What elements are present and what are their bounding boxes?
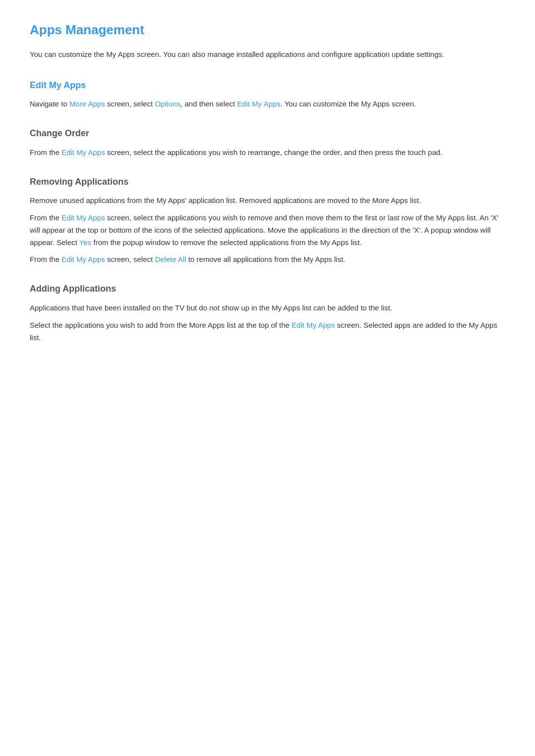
adding-paragraph-1: Applications that have been installed on… [30,302,505,314]
section-title-removing-applications: Removing Applications [30,175,505,189]
link-options[interactable]: Options [155,100,181,108]
adding-paragraph-2: Select the applications you wish to add … [30,319,505,344]
removing-paragraph-2: From the Edit My Apps screen, select the… [30,212,505,249]
link-edit-my-apps-1[interactable]: Edit My Apps [237,100,281,108]
change-order-paragraph: From the Edit My Apps screen, select the… [30,147,505,159]
section-change-order: Change Order From the Edit My Apps scree… [30,126,505,159]
section-title-edit-my-apps: Edit My Apps [30,78,505,93]
link-edit-my-apps-3[interactable]: Edit My Apps [61,213,105,222]
section-adding-applications: Adding Applications Applications that ha… [30,282,505,344]
section-removing-applications: Removing Applications Remove unused appl… [30,175,505,266]
page-description: You can customize the My Apps screen. Yo… [30,49,505,60]
link-edit-my-apps-2[interactable]: Edit My Apps [61,148,105,156]
section-edit-my-apps: Edit My Apps Navigate to More Apps scree… [30,78,505,111]
link-delete-all[interactable]: Delete All [155,255,186,263]
page-title: Apps Management [30,20,505,41]
link-more-apps[interactable]: More Apps [69,100,105,108]
link-edit-my-apps-5[interactable]: Edit My Apps [292,321,335,329]
link-yes[interactable]: Yes [79,238,91,247]
removing-paragraph-3: From the Edit My Apps screen, select Del… [30,253,505,266]
removing-paragraph-1: Remove unused applications from the My A… [30,195,505,207]
link-edit-my-apps-4[interactable]: Edit My Apps [61,255,105,263]
section-title-adding-applications: Adding Applications [30,282,505,296]
section-title-change-order: Change Order [30,126,505,141]
edit-my-apps-paragraph: Navigate to More Apps screen, select Opt… [30,98,505,110]
